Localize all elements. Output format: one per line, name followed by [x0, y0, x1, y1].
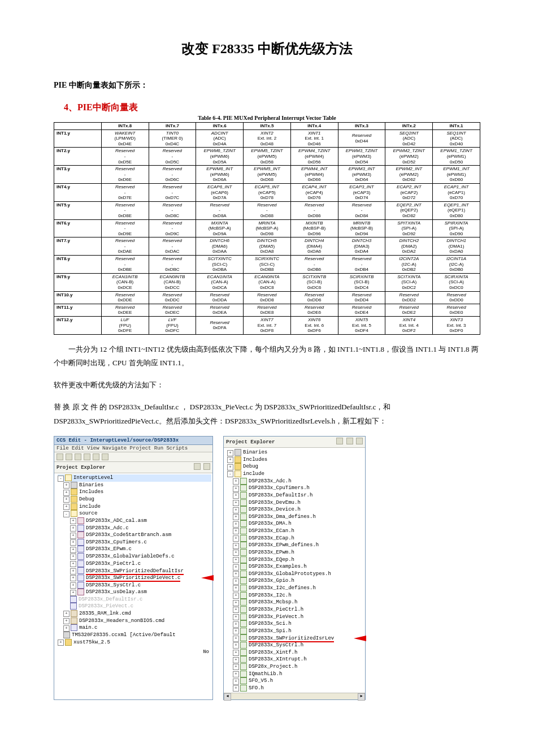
expand-icon[interactable]: +: [233, 671, 239, 677]
link-editor-icon[interactable]: [346, 438, 353, 444]
toolbar-icon[interactable]: [75, 453, 81, 460]
tree-node[interactable]: +DSP2833x_I2c.h: [227, 592, 364, 599]
tree-node[interactable]: +DSP2833x_ECap.h: [227, 535, 364, 542]
expand-icon[interactable]: +: [63, 611, 70, 617]
tree-node[interactable]: +DSP28x_Project.h: [227, 663, 364, 671]
tree-node[interactable]: +DSP2833x_Mcbsp.h: [227, 599, 364, 606]
expand-icon[interactable]: +: [70, 518, 76, 524]
tree-node[interactable]: +Debug: [58, 496, 211, 503]
tree-node[interactable]: +DSP2833x_GlobalPrototypes.h: [227, 571, 364, 578]
tree-node[interactable]: +28335_RAM_lnk.cmd: [58, 610, 211, 617]
tree-node[interactable]: +DSP2833x_SWPrioritizedPieVect.c: [58, 574, 211, 582]
tree-node[interactable]: +DSP2833x_I2c_defines.h: [227, 585, 364, 592]
expand-icon[interactable]: +: [233, 578, 239, 585]
menubar[interactable]: File Edit View Navigate Project Run Scri…: [54, 445, 212, 452]
tree-node[interactable]: +DSP2833x_SysCtrl.c: [58, 582, 211, 589]
expand-icon[interactable]: +: [63, 625, 70, 632]
horizontal-scrollbar[interactable]: ◄ ►: [224, 693, 365, 699]
expand-icon[interactable]: +: [233, 585, 239, 591]
tree-node[interactable]: +DSP2833x_EPwm_defines.h: [227, 542, 364, 549]
tree-node[interactable]: -InteruptLevel: [58, 474, 211, 482]
expand-icon[interactable]: +: [233, 478, 239, 485]
toolbar-icon[interactable]: [84, 453, 90, 460]
expand-icon[interactable]: +: [233, 521, 239, 528]
tree-node[interactable]: +Includes: [227, 456, 364, 464]
expand-icon[interactable]: -: [227, 471, 233, 477]
tree-node[interactable]: +DSP2833x_Adc.c: [58, 525, 211, 532]
expand-icon[interactable]: +: [233, 507, 239, 513]
expand-icon[interactable]: +: [233, 685, 239, 692]
tree-node[interactable]: +DSP2833x_GlobalVariableDefs.c: [58, 553, 211, 560]
expand-icon[interactable]: +: [233, 593, 239, 599]
tree-node[interactable]: DSP2833x_PieVect.c: [58, 603, 211, 610]
expand-icon[interactable]: +: [233, 636, 239, 642]
tree-node[interactable]: +SFO_V5.h: [227, 677, 364, 685]
expand-icon[interactable]: +: [70, 547, 76, 553]
expand-icon[interactable]: +: [70, 533, 76, 539]
tree-node[interactable]: +DSP2833x_EQep.h: [227, 556, 364, 564]
expand-icon[interactable]: +: [233, 564, 239, 571]
toolbar[interactable]: [54, 452, 212, 462]
expand-icon[interactable]: +: [227, 457, 233, 463]
expand-icon[interactable]: +: [70, 568, 76, 574]
toolbar-icon[interactable]: [102, 453, 108, 460]
tree-node[interactable]: +DSP2833x_CodeStartBranch.asm: [58, 532, 211, 539]
expand-icon[interactable]: +: [233, 571, 239, 577]
toolbar-icon[interactable]: [93, 453, 99, 460]
tree-node[interactable]: +DSP2833x_Xintf.h: [227, 649, 364, 656]
collapse-all-icon[interactable]: [336, 438, 343, 444]
expand-icon[interactable]: +: [233, 557, 239, 563]
project-tree[interactable]: -InteruptLevel+Binaries+Includes+Debug+i…: [54, 473, 212, 647]
tree-node[interactable]: +DSP2833x_PieVect.h: [227, 614, 364, 621]
tree-node[interactable]: +DSP2833x_usDelay.asm: [58, 589, 211, 596]
tree-node[interactable]: +DSP2833x_SWPrioritizedDefaultIsr: [58, 567, 211, 574]
tree-node[interactable]: +DSP2833x_CpuTimers.h: [227, 485, 364, 492]
tree-node[interactable]: +DSP2833x_Examples.h: [227, 563, 364, 571]
expand-icon[interactable]: +: [233, 600, 239, 606]
expand-icon[interactable]: +: [70, 525, 76, 532]
expand-icon[interactable]: +: [233, 528, 239, 534]
tree-node[interactable]: +DSP2833x_DevEmu.h: [227, 499, 364, 507]
collapse-all-icon[interactable]: [194, 463, 201, 470]
tree-node[interactable]: +DSP2833x_PieCtrl.h: [227, 606, 364, 614]
expand-icon[interactable]: +: [63, 482, 70, 489]
tree-node[interactable]: +SFO.h: [227, 685, 364, 692]
expand-icon[interactable]: +: [63, 490, 70, 496]
expand-icon[interactable]: +: [233, 664, 239, 670]
tree-node[interactable]: +DSP2833x_ECan.h: [227, 528, 364, 535]
view-menu-icon[interactable]: [356, 438, 363, 444]
link-editor-icon[interactable]: [203, 463, 210, 470]
expand-icon[interactable]: +: [70, 539, 76, 546]
tree-node[interactable]: +DSP2833x_ADC_cal.asm: [58, 517, 211, 525]
tree-node[interactable]: +include: [58, 503, 211, 511]
expand-icon[interactable]: +: [233, 535, 239, 542]
expand-icon[interactable]: +: [70, 561, 76, 567]
tree-node[interactable]: +DSP2833x_CpuTimers.c: [58, 539, 211, 546]
expand-icon[interactable]: +: [70, 590, 76, 596]
tree-node[interactable]: +Debug: [227, 463, 364, 470]
expand-icon[interactable]: +: [233, 550, 239, 556]
tree-node[interactable]: -source: [58, 510, 211, 517]
tree-node[interactable]: +DSP2833x_SWPrioritizedIsrLev: [227, 634, 364, 642]
expand-icon[interactable]: +: [70, 582, 76, 589]
expand-icon[interactable]: +: [233, 614, 239, 620]
tree-node[interactable]: +xust75kw_2.5: [58, 639, 211, 646]
expand-icon[interactable]: +: [233, 486, 239, 492]
tree-node[interactable]: +DSP2833x_Adc.h: [227, 478, 364, 485]
tree-node[interactable]: +DSP2833x_Spi.h: [227, 628, 364, 635]
project-explorer-tab[interactable]: Project Explorer: [224, 437, 365, 448]
expand-icon[interactable]: +: [233, 628, 239, 634]
expand-icon[interactable]: +: [70, 554, 76, 560]
expand-icon[interactable]: +: [233, 657, 239, 663]
expand-icon[interactable]: +: [233, 607, 239, 613]
expand-icon[interactable]: +: [70, 575, 76, 581]
expand-icon[interactable]: +: [233, 500, 239, 506]
expand-icon[interactable]: +: [233, 621, 239, 628]
tree-node[interactable]: DSP2833x_DefaultIsr.c: [58, 596, 211, 603]
expand-icon[interactable]: +: [63, 618, 70, 624]
tree-node[interactable]: +main.c: [58, 624, 211, 632]
tree-node[interactable]: +DSP2833x_DefaultIsr.h: [227, 492, 364, 499]
tree-node[interactable]: +IQmathLib.h: [227, 671, 364, 678]
tree-node[interactable]: +Binaries: [58, 482, 211, 489]
expand-icon[interactable]: +: [233, 650, 239, 656]
